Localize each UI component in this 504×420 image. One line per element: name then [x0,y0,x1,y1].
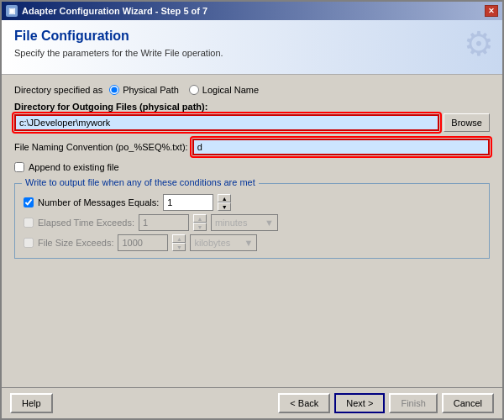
dir-outgoing-input-row: Browse [14,113,490,132]
dir-outgoing-label: Directory for Outgoing Files (physical p… [14,102,490,112]
file-size-spinner: ▲ ▼ [172,234,186,251]
num-messages-up[interactable]: ▲ [218,194,231,202]
file-size-up: ▲ [172,234,186,243]
num-messages-row: Number of Messages Equals: ▲ ▼ [24,194,480,211]
num-messages-spinner: ▲ ▼ [218,194,231,211]
file-size-unit-dropdown[interactable]: kilobytes ▼ [190,234,257,251]
append-row: Append to existing file [14,162,490,172]
elapsed-time-unit-dropdown[interactable]: minutes ▼ [211,214,278,231]
elapsed-time-unit-label: minutes [215,218,248,228]
directory-type-row: Directory specified as Physical Path Log… [14,85,490,95]
file-naming-section: File Naming Convention (po_%SEQ%.txt): [14,139,490,155]
file-size-label: File Size Exceeds: [38,238,113,248]
app-icon: ▣ [6,5,18,17]
directory-type-label: Directory specified as [14,85,102,95]
elapsed-time-spinner: ▲ ▼ [193,214,207,231]
gear-icon: ⚙ [464,24,494,63]
finish-button[interactable]: Finish [389,393,437,413]
header-banner: File Configuration Specify the parameter… [2,20,502,75]
elapsed-time-down: ▼ [193,223,207,231]
radio-physical-label[interactable]: Physical Path [109,85,179,95]
elapsed-time-checkbox[interactable] [24,218,34,228]
elapsed-time-up: ▲ [193,214,207,223]
file-size-unit-arrow: ▼ [244,238,254,248]
bottom-bar: Help < Back Next > Finish Cancel [2,387,502,418]
title-bar: ▣ Adapter Configuration Wizard - Step 5 … [2,2,502,20]
radio-logical-label[interactable]: Logical Name [189,85,259,95]
help-button[interactable]: Help [10,393,53,413]
title-bar-left: ▣ Adapter Configuration Wizard - Step 5 … [6,5,207,17]
elapsed-time-input [139,214,189,231]
form-body: Directory specified as Physical Path Log… [2,75,502,387]
file-naming-wrapper [192,139,490,155]
next-button[interactable]: Next > [334,393,385,413]
radio-logical[interactable] [189,85,199,95]
file-naming-label: File Naming Convention (po_%SEQ%.txt): [14,142,188,152]
nav-buttons: < Back Next > Finish Cancel [278,393,494,413]
file-size-unit-label: kilobytes [194,238,230,248]
num-messages-input[interactable] [163,194,213,211]
append-label: Append to existing file [29,162,119,172]
dir-outgoing-section: Directory for Outgoing Files (physical p… [14,102,490,132]
file-naming-input-row: File Naming Convention (po_%SEQ%.txt): [14,139,490,155]
cancel-button[interactable]: Cancel [442,393,494,413]
elapsed-time-row: Elapsed Time Exceeds: ▲ ▼ minutes ▼ [24,214,480,231]
radio-physical[interactable] [109,85,119,95]
radio-group-directory: Physical Path Logical Name [109,85,259,95]
file-size-checkbox[interactable] [24,238,34,248]
elapsed-time-unit-arrow: ▼ [265,218,274,228]
file-size-input [118,234,168,251]
window-title: Adapter Configuration Wizard - Step 5 of… [22,6,207,16]
page-subtitle: Specify the parameters for the Write Fil… [14,48,490,58]
back-button[interactable]: < Back [278,393,330,413]
browse-button[interactable]: Browse [444,113,490,132]
file-size-row: File Size Exceeds: ▲ ▼ kilobytes ▼ [24,234,480,251]
group-box-title: Write to output file when any of these c… [22,177,259,187]
conditions-group: Write to output file when any of these c… [14,183,490,259]
file-size-down: ▼ [172,243,186,251]
elapsed-time-label: Elapsed Time Exceeds: [38,218,134,228]
file-naming-input[interactable] [192,139,490,155]
append-checkbox[interactable] [14,162,24,172]
num-messages-down[interactable]: ▼ [218,202,231,211]
page-title: File Configuration [14,29,490,44]
close-button[interactable]: ✕ [485,5,498,17]
num-messages-label: Number of Messages Equals: [38,197,159,207]
dir-field-wrapper [14,114,439,131]
num-messages-checkbox[interactable] [24,197,34,207]
dir-outgoing-input[interactable] [14,114,439,131]
main-window: ▣ Adapter Configuration Wizard - Step 5 … [0,0,504,420]
